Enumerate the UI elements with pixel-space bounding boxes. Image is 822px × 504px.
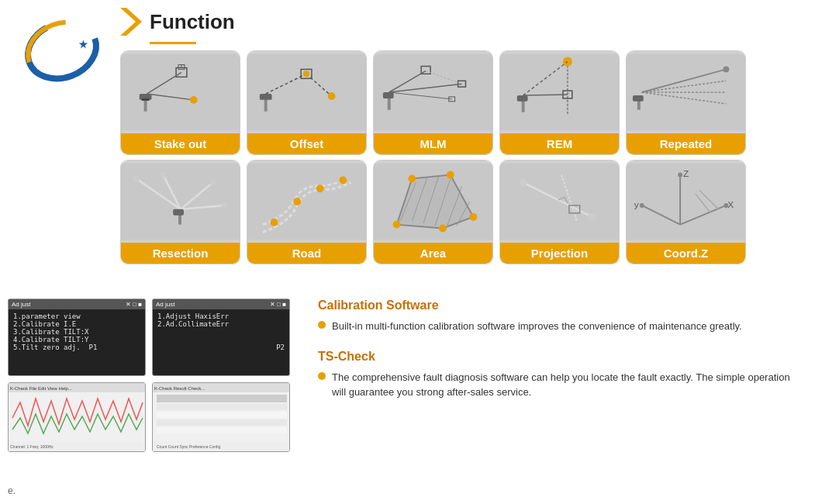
tscheck-bullet: The comprehensive fault diagnosis softwa… <box>318 370 806 400</box>
svg-text:K-Check  Result Check...: K-Check Result Check... <box>154 386 206 391</box>
svg-text:Count  Count  Sync  Preference: Count Count Sync Preference Config <box>157 444 220 449</box>
svg-point-83 <box>589 213 596 221</box>
calibration-screen-2: Ad just ✕ □ ■ 1.Adjust HaxisErr 2.Ad.Col… <box>152 299 290 376</box>
card-coord-z[interactable]: Z X y <box>626 160 746 264</box>
ts-screen-1: K-Check File Edit View Help... Channel: … <box>8 382 146 452</box>
svg-rect-109 <box>157 412 287 418</box>
logo-area <box>8 8 109 93</box>
screenshots-col: Ad just ✕ □ ■ 1.parameter view 2.Calibra… <box>8 299 295 452</box>
card-rem-label: REM <box>500 133 619 154</box>
calibration-screen-1: Ad just ✕ □ ■ 1.parameter view 2.Calibra… <box>8 299 146 376</box>
ts-screen-2: K-Check Result Check... Count Count Sync… <box>152 382 290 452</box>
svg-text:y: y <box>634 199 639 210</box>
svg-point-95 <box>724 203 728 208</box>
card-resection[interactable]: Resection <box>120 160 240 264</box>
svg-line-41 <box>523 95 568 95</box>
svg-point-76 <box>447 171 454 179</box>
svg-marker-3 <box>79 40 88 48</box>
card-offset-label: Offset <box>247 133 366 154</box>
svg-rect-36 <box>517 95 528 102</box>
function-header: Function <box>120 8 806 36</box>
ts-screenshots-row: K-Check File Edit View Help... Channel: … <box>8 382 295 452</box>
card-coord-z-image: Z X y <box>627 161 745 243</box>
svg-text:K-Check  File Edit View Help..: K-Check File Edit View Help... <box>10 386 72 391</box>
bottom-label: e. <box>8 485 16 496</box>
svg-point-65 <box>339 176 347 184</box>
card-rem[interactable]: REM <box>499 50 620 155</box>
calibration-screenshots-row: Ad just ✕ □ ■ 1.parameter view 2.Calibra… <box>8 299 295 376</box>
function-row-2: Resection Roa <box>120 160 806 264</box>
svg-rect-107 <box>157 395 287 402</box>
svg-point-74 <box>393 221 401 229</box>
svg-marker-4 <box>120 8 142 36</box>
svg-rect-61 <box>247 164 366 240</box>
svg-text:X: X <box>727 199 734 210</box>
svg-point-62 <box>271 219 278 226</box>
screen2-content: 1.Adjust HaxisErr 2.Ad.CollimateErr P2 <box>153 309 289 354</box>
svg-rect-34 <box>500 54 619 131</box>
svg-rect-5 <box>121 54 240 131</box>
card-mlm[interactable]: MLM <box>373 50 493 155</box>
card-projection-image <box>500 161 619 243</box>
card-resection-label: Resection <box>121 243 240 264</box>
svg-point-58 <box>221 202 227 209</box>
card-projection[interactable]: Projection <box>499 160 620 264</box>
card-repeated[interactable]: Repeated <box>626 50 746 155</box>
card-rem-image <box>500 51 619 133</box>
svg-point-23 <box>303 71 309 77</box>
svg-point-13 <box>190 96 198 104</box>
card-stake-out-image <box>121 51 240 133</box>
svg-rect-110 <box>157 419 287 426</box>
company-logo <box>12 12 105 89</box>
svg-rect-15 <box>247 54 366 131</box>
function-row-1: Stake out <box>120 50 806 155</box>
svg-rect-17 <box>260 94 272 100</box>
card-stake-out-label: Stake out <box>121 133 240 154</box>
svg-rect-26 <box>383 92 394 98</box>
card-area-image <box>374 161 492 243</box>
function-section: Function <box>120 8 806 264</box>
function-grid: Stake out <box>120 50 806 264</box>
tscheck-title: TS-Check <box>318 350 806 364</box>
tscheck-text: The comprehensive fault diagnosis softwa… <box>332 370 806 400</box>
card-road[interactable]: Road <box>247 160 367 264</box>
svg-rect-111 <box>157 427 287 433</box>
card-area[interactable]: Area <box>373 160 493 264</box>
card-repeated-image <box>627 51 745 133</box>
svg-rect-50 <box>121 164 240 240</box>
svg-point-96 <box>640 203 644 208</box>
svg-text:Channel: 1   Freq: 1000Hz: Channel: 1 Freq: 1000Hz <box>10 444 54 449</box>
tscheck-info: TS-Check The comprehensive fault diagnos… <box>318 350 806 400</box>
tscheck-bullet-dot <box>318 372 326 380</box>
svg-point-77 <box>469 213 477 221</box>
function-title: Function <box>150 10 235 34</box>
screen2-title: Ad just ✕ □ ■ <box>153 299 289 309</box>
calibration-title: Calibration Software <box>318 299 806 312</box>
info-col: Calibration Software Built-in multi-func… <box>310 299 806 452</box>
svg-point-64 <box>316 185 324 192</box>
bottom-section: Ad just ✕ □ ■ 1.parameter view 2.Calibra… <box>8 299 806 452</box>
svg-point-56 <box>160 172 166 178</box>
card-mlm-label: MLM <box>374 133 492 154</box>
screen1-content: 1.parameter view 2.Calibrate I.E 3.Calib… <box>9 309 145 354</box>
calibration-info: Calibration Software Built-in multi-func… <box>318 299 806 334</box>
calibration-bullet-dot <box>318 321 326 329</box>
svg-rect-48 <box>633 95 644 102</box>
function-underline <box>150 42 196 44</box>
svg-rect-8 <box>142 98 150 101</box>
calibration-bullet: Built-in multi-function calibration soft… <box>318 319 806 334</box>
card-mlm-image <box>374 51 492 133</box>
card-offset-image <box>247 51 366 133</box>
svg-point-63 <box>293 198 301 205</box>
card-projection-label: Projection <box>500 243 619 264</box>
svg-point-22 <box>328 92 336 100</box>
card-coord-z-label: Coord.Z <box>627 243 745 264</box>
card-repeated-label: Repeated <box>627 133 745 154</box>
svg-point-57 <box>210 179 216 185</box>
card-offset[interactable]: Offset <box>247 50 367 155</box>
svg-rect-60 <box>173 209 184 216</box>
svg-text:Z: Z <box>683 168 689 179</box>
card-stake-out[interactable]: Stake out <box>120 50 240 155</box>
card-road-label: Road <box>247 243 366 264</box>
card-road-image <box>247 161 366 243</box>
